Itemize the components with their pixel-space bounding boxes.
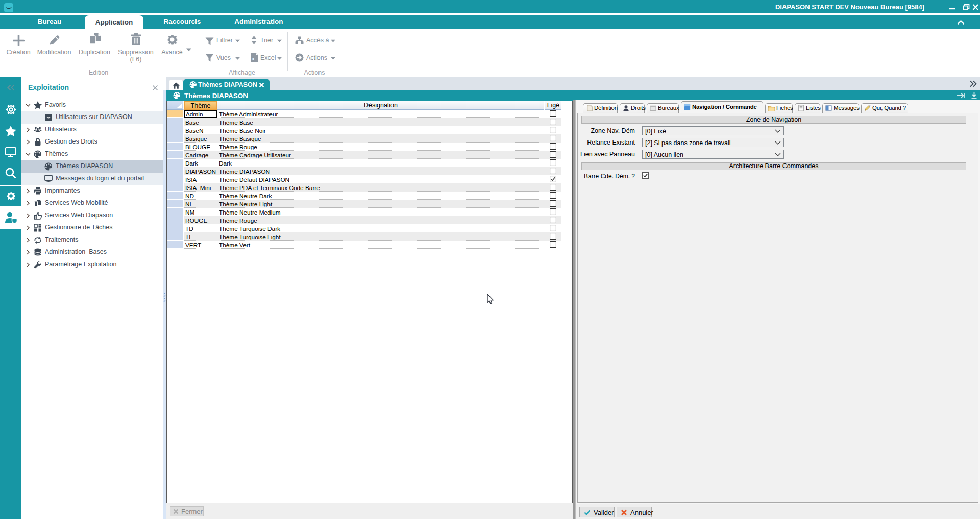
svg-text:x: x <box>252 56 254 61</box>
